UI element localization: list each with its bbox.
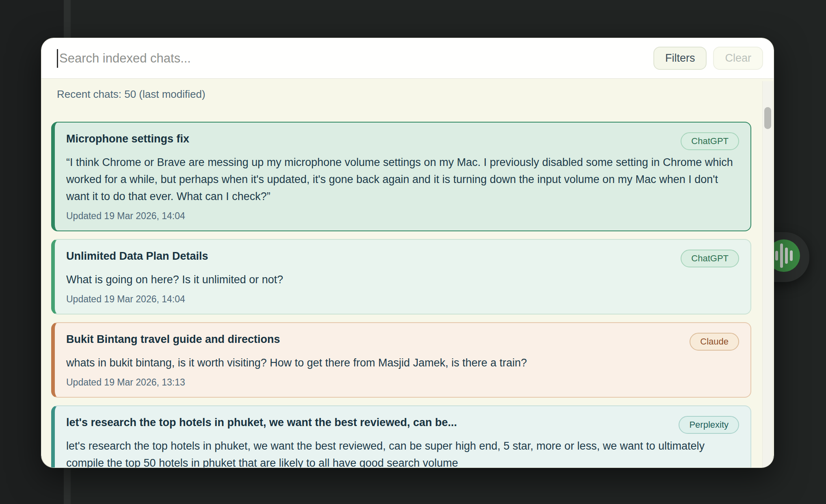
chat-card-unlimited-data[interactable]: Unlimited Data Plan Details ChatGPT What… — [51, 239, 751, 314]
chat-card-bukit-bintang[interactable]: Bukit Bintang travel guide and direction… — [51, 322, 751, 398]
chat-updated-timestamp: Updated 19 Mar 2026, 14:04 — [66, 293, 739, 305]
list-header: Recent chats: 50 (last modified) — [57, 88, 774, 101]
waveform-bar — [775, 251, 778, 261]
chat-snippet: “I think Chrome or Brave are messing up … — [66, 154, 739, 205]
desktop-background: Filters Clear Recent chats: 50 (last mod… — [0, 0, 826, 504]
chat-title: Unlimited Data Plan Details — [66, 249, 208, 263]
waveform-bar — [785, 248, 788, 264]
chat-snippet: whats in bukit bintang, is it worth visi… — [66, 354, 739, 371]
provider-badge: Claude — [690, 333, 739, 351]
chat-updated-timestamp: Updated 19 Mar 2026, 13:13 — [66, 377, 739, 388]
chat-snippet: let's research the top hotels in phuket,… — [66, 437, 739, 467]
chat-updated-timestamp: Updated 19 Mar 2026, 14:04 — [66, 210, 739, 222]
card-header: Unlimited Data Plan Details ChatGPT — [66, 249, 739, 267]
chat-results-list: Recent chats: 50 (last modified) Microph… — [41, 79, 774, 467]
chat-card-microphone-settings[interactable]: Microphone settings fix ChatGPT “I think… — [51, 122, 751, 231]
provider-badge: ChatGPT — [681, 132, 739, 150]
filters-button[interactable]: Filters — [653, 47, 707, 70]
chat-title: Microphone settings fix — [66, 131, 189, 146]
waveform-icon — [775, 243, 793, 268]
provider-badge: Perplexity — [679, 416, 739, 434]
waveform-bar — [790, 250, 793, 261]
clear-button[interactable]: Clear — [713, 47, 763, 70]
scrollbar-track[interactable] — [762, 81, 773, 467]
chat-card-phuket-hotels[interactable]: let's research the top hotels in phuket,… — [51, 405, 751, 467]
waveform-bar — [780, 243, 783, 268]
search-input[interactable] — [59, 51, 647, 66]
text-caret — [57, 49, 58, 68]
chat-cards-container: Microphone settings fix ChatGPT “I think… — [51, 122, 751, 467]
provider-badge: ChatGPT — [681, 250, 739, 267]
search-bar: Filters Clear — [41, 38, 774, 79]
card-header: Bukit Bintang travel guide and direction… — [66, 332, 739, 351]
card-header: Microphone settings fix ChatGPT — [66, 131, 739, 150]
card-header: let's research the top hotels in phuket,… — [66, 415, 739, 434]
chat-snippet: What is going on here? Is it unlimited o… — [66, 271, 739, 288]
scrollbar-thumb[interactable] — [764, 107, 771, 129]
chat-title: let's research the top hotels in phuket,… — [66, 415, 457, 430]
chat-title: Bukit Bintang travel guide and direction… — [66, 332, 280, 347]
search-overlay-panel: Filters Clear Recent chats: 50 (last mod… — [41, 38, 774, 467]
